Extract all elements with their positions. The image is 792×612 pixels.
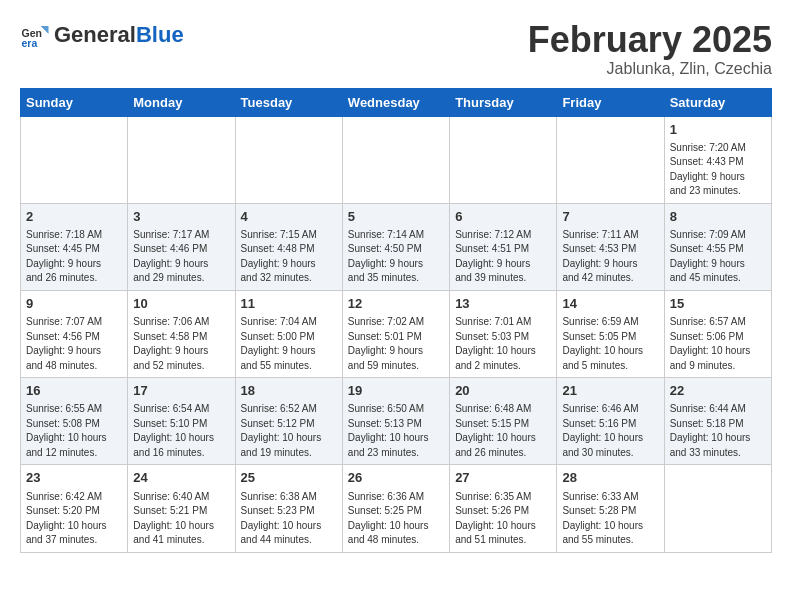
calendar-cell (235, 116, 342, 203)
day-number: 9 (26, 295, 122, 313)
weekday-header-sunday: Sunday (21, 88, 128, 116)
day-info: Sunrise: 7:09 AM Sunset: 4:55 PM Dayligh… (670, 228, 766, 286)
calendar-cell: 26Sunrise: 6:36 AM Sunset: 5:25 PM Dayli… (342, 465, 449, 552)
calendar-cell: 27Sunrise: 6:35 AM Sunset: 5:26 PM Dayli… (450, 465, 557, 552)
day-number: 1 (670, 121, 766, 139)
calendar-cell: 28Sunrise: 6:33 AM Sunset: 5:28 PM Dayli… (557, 465, 664, 552)
day-info: Sunrise: 6:52 AM Sunset: 5:12 PM Dayligh… (241, 402, 337, 460)
day-info: Sunrise: 7:18 AM Sunset: 4:45 PM Dayligh… (26, 228, 122, 286)
day-info: Sunrise: 6:57 AM Sunset: 5:06 PM Dayligh… (670, 315, 766, 373)
day-number: 28 (562, 469, 658, 487)
logo-icon: Gen era (20, 20, 50, 50)
week-row-1: 1Sunrise: 7:20 AM Sunset: 4:43 PM Daylig… (21, 116, 772, 203)
calendar-cell: 8Sunrise: 7:09 AM Sunset: 4:55 PM Daylig… (664, 203, 771, 290)
calendar-cell: 21Sunrise: 6:46 AM Sunset: 5:16 PM Dayli… (557, 378, 664, 465)
day-number: 25 (241, 469, 337, 487)
day-info: Sunrise: 7:12 AM Sunset: 4:51 PM Dayligh… (455, 228, 551, 286)
weekday-header-saturday: Saturday (664, 88, 771, 116)
calendar-cell: 3Sunrise: 7:17 AM Sunset: 4:46 PM Daylig… (128, 203, 235, 290)
calendar-cell: 4Sunrise: 7:15 AM Sunset: 4:48 PM Daylig… (235, 203, 342, 290)
day-info: Sunrise: 7:14 AM Sunset: 4:50 PM Dayligh… (348, 228, 444, 286)
calendar-cell: 19Sunrise: 6:50 AM Sunset: 5:13 PM Dayli… (342, 378, 449, 465)
calendar-cell: 1Sunrise: 7:20 AM Sunset: 4:43 PM Daylig… (664, 116, 771, 203)
calendar-cell (450, 116, 557, 203)
calendar-cell: 25Sunrise: 6:38 AM Sunset: 5:23 PM Dayli… (235, 465, 342, 552)
location-subtitle: Jablunka, Zlin, Czechia (528, 60, 772, 78)
day-info: Sunrise: 6:46 AM Sunset: 5:16 PM Dayligh… (562, 402, 658, 460)
day-number: 21 (562, 382, 658, 400)
calendar-cell: 10Sunrise: 7:06 AM Sunset: 4:58 PM Dayli… (128, 290, 235, 377)
weekday-header-friday: Friday (557, 88, 664, 116)
day-info: Sunrise: 6:44 AM Sunset: 5:18 PM Dayligh… (670, 402, 766, 460)
day-number: 14 (562, 295, 658, 313)
day-number: 20 (455, 382, 551, 400)
day-info: Sunrise: 7:04 AM Sunset: 5:00 PM Dayligh… (241, 315, 337, 373)
day-number: 7 (562, 208, 658, 226)
day-info: Sunrise: 7:06 AM Sunset: 4:58 PM Dayligh… (133, 315, 229, 373)
day-info: Sunrise: 6:50 AM Sunset: 5:13 PM Dayligh… (348, 402, 444, 460)
day-number: 11 (241, 295, 337, 313)
week-row-2: 2Sunrise: 7:18 AM Sunset: 4:45 PM Daylig… (21, 203, 772, 290)
calendar-cell: 15Sunrise: 6:57 AM Sunset: 5:06 PM Dayli… (664, 290, 771, 377)
logo-text-blue: Blue (136, 22, 184, 48)
calendar-cell: 16Sunrise: 6:55 AM Sunset: 5:08 PM Dayli… (21, 378, 128, 465)
day-number: 8 (670, 208, 766, 226)
day-number: 5 (348, 208, 444, 226)
day-info: Sunrise: 6:59 AM Sunset: 5:05 PM Dayligh… (562, 315, 658, 373)
day-number: 10 (133, 295, 229, 313)
day-info: Sunrise: 6:55 AM Sunset: 5:08 PM Dayligh… (26, 402, 122, 460)
weekday-header-tuesday: Tuesday (235, 88, 342, 116)
calendar-cell (664, 465, 771, 552)
day-number: 27 (455, 469, 551, 487)
day-number: 3 (133, 208, 229, 226)
calendar-cell: 2Sunrise: 7:18 AM Sunset: 4:45 PM Daylig… (21, 203, 128, 290)
day-info: Sunrise: 7:07 AM Sunset: 4:56 PM Dayligh… (26, 315, 122, 373)
calendar-cell (342, 116, 449, 203)
day-info: Sunrise: 7:15 AM Sunset: 4:48 PM Dayligh… (241, 228, 337, 286)
calendar-cell: 6Sunrise: 7:12 AM Sunset: 4:51 PM Daylig… (450, 203, 557, 290)
calendar-cell: 11Sunrise: 7:04 AM Sunset: 5:00 PM Dayli… (235, 290, 342, 377)
day-number: 17 (133, 382, 229, 400)
page-header: Gen era GeneralBlue February 2025 Jablun… (20, 20, 772, 78)
day-number: 12 (348, 295, 444, 313)
day-info: Sunrise: 6:42 AM Sunset: 5:20 PM Dayligh… (26, 490, 122, 548)
month-title: February 2025 (528, 20, 772, 60)
calendar-cell: 7Sunrise: 7:11 AM Sunset: 4:53 PM Daylig… (557, 203, 664, 290)
svg-text:era: era (22, 37, 38, 49)
week-row-3: 9Sunrise: 7:07 AM Sunset: 4:56 PM Daylig… (21, 290, 772, 377)
calendar-cell: 24Sunrise: 6:40 AM Sunset: 5:21 PM Dayli… (128, 465, 235, 552)
calendar-cell: 17Sunrise: 6:54 AM Sunset: 5:10 PM Dayli… (128, 378, 235, 465)
day-number: 2 (26, 208, 122, 226)
day-info: Sunrise: 6:48 AM Sunset: 5:15 PM Dayligh… (455, 402, 551, 460)
day-info: Sunrise: 6:36 AM Sunset: 5:25 PM Dayligh… (348, 490, 444, 548)
day-info: Sunrise: 6:40 AM Sunset: 5:21 PM Dayligh… (133, 490, 229, 548)
calendar-cell: 9Sunrise: 7:07 AM Sunset: 4:56 PM Daylig… (21, 290, 128, 377)
calendar-cell: 14Sunrise: 6:59 AM Sunset: 5:05 PM Dayli… (557, 290, 664, 377)
calendar-cell (557, 116, 664, 203)
day-info: Sunrise: 6:38 AM Sunset: 5:23 PM Dayligh… (241, 490, 337, 548)
day-number: 6 (455, 208, 551, 226)
calendar-cell: 18Sunrise: 6:52 AM Sunset: 5:12 PM Dayli… (235, 378, 342, 465)
day-number: 26 (348, 469, 444, 487)
day-info: Sunrise: 6:54 AM Sunset: 5:10 PM Dayligh… (133, 402, 229, 460)
day-number: 13 (455, 295, 551, 313)
calendar-table: SundayMondayTuesdayWednesdayThursdayFrid… (20, 88, 772, 553)
day-number: 4 (241, 208, 337, 226)
calendar-cell: 22Sunrise: 6:44 AM Sunset: 5:18 PM Dayli… (664, 378, 771, 465)
day-number: 22 (670, 382, 766, 400)
calendar-cell: 20Sunrise: 6:48 AM Sunset: 5:15 PM Dayli… (450, 378, 557, 465)
day-info: Sunrise: 7:11 AM Sunset: 4:53 PM Dayligh… (562, 228, 658, 286)
day-info: Sunrise: 6:35 AM Sunset: 5:26 PM Dayligh… (455, 490, 551, 548)
calendar-cell: 13Sunrise: 7:01 AM Sunset: 5:03 PM Dayli… (450, 290, 557, 377)
weekday-header-wednesday: Wednesday (342, 88, 449, 116)
day-info: Sunrise: 7:01 AM Sunset: 5:03 PM Dayligh… (455, 315, 551, 373)
weekday-header-thursday: Thursday (450, 88, 557, 116)
day-number: 15 (670, 295, 766, 313)
day-number: 19 (348, 382, 444, 400)
week-row-4: 16Sunrise: 6:55 AM Sunset: 5:08 PM Dayli… (21, 378, 772, 465)
calendar-cell: 12Sunrise: 7:02 AM Sunset: 5:01 PM Dayli… (342, 290, 449, 377)
day-number: 23 (26, 469, 122, 487)
calendar-cell: 5Sunrise: 7:14 AM Sunset: 4:50 PM Daylig… (342, 203, 449, 290)
day-info: Sunrise: 7:20 AM Sunset: 4:43 PM Dayligh… (670, 141, 766, 199)
weekday-header-row: SundayMondayTuesdayWednesdayThursdayFrid… (21, 88, 772, 116)
